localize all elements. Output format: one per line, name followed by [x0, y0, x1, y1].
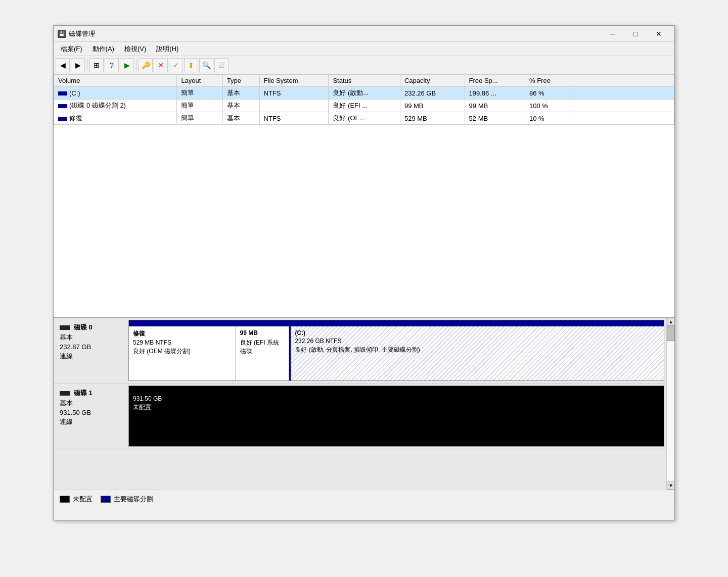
table-row[interactable]: 修復簡單基本NTFS良好 (OE...529 MB52 MB10 % — [54, 112, 674, 125]
title-bar: 💾 磁碟管理 ─ □ ✕ — [54, 26, 674, 42]
window-icon: 💾 — [58, 30, 66, 38]
main-content: Volume Layout Type File System Status Ca… — [54, 74, 674, 520]
legend-unallocated: 未配置 — [60, 495, 93, 504]
check-button[interactable]: ✓ — [169, 58, 183, 72]
cell-pctfree: 100 % — [525, 100, 573, 112]
col-extra[interactable] — [573, 75, 674, 87]
menu-file[interactable]: 檔案(F) — [56, 42, 87, 56]
partition-cells-0: 修復 529 MB NTFS 良好 (OEM 磁碟分割) 99 MB 良好 (E… — [129, 326, 664, 380]
menu-bar: 檔案(F) 動作(A) 檢視(V) 說明(H) — [54, 42, 674, 56]
disk-map-scroll-area: 磁碟 0 基本 232.87 GB 連線 修復 529 MB NTFS 良好 (… — [54, 318, 674, 490]
menu-action[interactable]: 動作(A) — [87, 42, 119, 56]
partition-cell-1-0[interactable]: 931.50 GB 未配置 — [129, 392, 664, 446]
cell-volume: 修復 — [54, 112, 177, 125]
cell-pctfree: 10 % — [525, 112, 573, 125]
cell-type: 基本 — [222, 100, 259, 112]
col-capacity[interactable]: Capacity — [400, 75, 465, 87]
cell-freespace: 99 MB — [465, 100, 525, 112]
back-button[interactable]: ◀ — [56, 58, 70, 72]
col-volume[interactable]: Volume — [54, 75, 177, 87]
disk-name-0: 磁碟 0 — [60, 323, 122, 332]
delete-button[interactable]: ✕ — [154, 58, 168, 72]
cell-volume: (C:) — [54, 87, 177, 100]
bar-seg-1-0 — [129, 386, 664, 392]
show-hide-button[interactable]: ⊞ — [89, 58, 104, 72]
key-button[interactable]: 🔑 — [139, 58, 153, 72]
cell-pctfree: 86 % — [525, 87, 573, 100]
disk-partitions-1: 931.50 GB 未配置 — [128, 386, 664, 447]
toolbar-separator-2 — [136, 59, 136, 71]
volume-table: Volume Layout Type File System Status Ca… — [54, 74, 674, 125]
disk-status-0: 連線 — [60, 352, 122, 361]
cell-layout: 簡單 — [177, 100, 222, 112]
help-button[interactable]: ? — [105, 58, 119, 72]
cell-status: 良好 (啟動... — [329, 87, 400, 100]
minimize-button[interactable]: ─ — [601, 26, 624, 42]
cell-freespace: 52 MB — [465, 112, 525, 125]
search-button[interactable]: 🔍 — [199, 58, 213, 72]
scroll-thumb[interactable] — [667, 326, 674, 341]
table-row[interactable]: (磁碟 0 磁碟分割 2)簡單基本良好 (EFI ...99 MB99 MB10… — [54, 100, 674, 112]
forward-button[interactable]: ▶ — [71, 58, 85, 72]
window-title: 磁碟管理 — [69, 29, 601, 38]
status-bar — [54, 508, 674, 520]
up-button[interactable]: ⬆ — [184, 58, 198, 72]
scrollbar[interactable]: ▲ ▼ — [666, 318, 674, 490]
disk-map-inner: 磁碟 0 基本 232.87 GB 連線 修復 529 MB NTFS 良好 (… — [54, 318, 666, 490]
legend-label-unallocated: 未配置 — [73, 495, 93, 504]
disk-name-1: 磁碟 1 — [60, 389, 122, 398]
disk-type-0: 基本 — [60, 333, 122, 342]
part-label-0-0: 修復 — [133, 329, 232, 338]
disk-size-0: 232.87 GB — [60, 343, 122, 351]
part-label-1-0: 931.50 GB — [133, 395, 660, 402]
partition-cell-0-2[interactable]: (C:) 232.26 GB NTFS 良好 (啟動, 分頁檔案, 損毀傾印, … — [289, 326, 664, 380]
part-status-0-1: 良好 (EFI 系統磁碟 — [240, 339, 285, 356]
menu-help[interactable]: 說明(H) — [151, 42, 184, 56]
legend-swatch-primary — [101, 496, 111, 503]
col-pctfree[interactable]: % Free — [525, 75, 573, 87]
check2-button[interactable]: ☑ — [214, 58, 229, 72]
legend-bar: 未配置 主要磁碟分割 — [54, 490, 674, 508]
cell-volume: (磁碟 0 磁碟分割 2) — [54, 100, 177, 112]
partition-cell-0-0[interactable]: 修復 529 MB NTFS 良好 (OEM 磁碟分割) — [129, 326, 236, 380]
bar-seg-0-0 — [129, 320, 236, 326]
disk-label-0: 磁碟 0 基本 232.87 GB 連線 — [56, 320, 126, 381]
menu-view[interactable]: 檢視(V) — [119, 42, 151, 56]
disk-label-1: 磁碟 1 基本 931.50 GB 連線 — [56, 386, 126, 447]
toolbar: ◀ ▶ ⊞ ? ▶ 🔑 ✕ ✓ ⬆ 🔍 ☑ — [54, 56, 674, 74]
disk-status-1: 連線 — [60, 417, 122, 426]
part-size-0-0: 529 MB NTFS — [133, 339, 232, 346]
col-freespace[interactable]: Free Sp... — [465, 75, 525, 87]
col-filesystem[interactable]: File System — [259, 75, 329, 87]
disk-type-1: 基本 — [60, 399, 122, 408]
col-type[interactable]: Type — [222, 75, 259, 87]
cell-capacity: 99 MB — [400, 100, 465, 112]
disk-row-1: 磁碟 1 基本 931.50 GB 連線 931.50 GB 未配置 — [54, 383, 666, 449]
col-layout[interactable]: Layout — [177, 75, 222, 87]
partition-bar-1 — [129, 386, 664, 392]
cell-extra — [573, 112, 674, 125]
cell-freespace: 199.86 ... — [465, 87, 525, 100]
legend-primary: 主要磁碟分割 — [101, 495, 153, 504]
partition-cell-0-1[interactable]: 99 MB 良好 (EFI 系統磁碟 — [236, 326, 290, 380]
window-controls: ─ □ ✕ — [601, 26, 670, 42]
cell-type: 基本 — [222, 112, 259, 125]
maximize-button[interactable]: □ — [624, 26, 647, 42]
scroll-thumb-area — [667, 326, 674, 482]
close-button[interactable]: ✕ — [647, 26, 670, 42]
properties-button[interactable]: ▶ — [120, 58, 134, 72]
bar-seg-0-2 — [289, 320, 664, 326]
cell-capacity: 529 MB — [400, 112, 465, 125]
part-status-0-2: 良好 (啟動, 分頁檔案, 損毀傾印, 主要磁碟分割) — [295, 346, 660, 354]
scroll-down-arrow[interactable]: ▼ — [667, 482, 674, 490]
legend-label-primary: 主要磁碟分割 — [114, 495, 153, 504]
cell-extra — [573, 87, 674, 100]
toolbar-separator-1 — [87, 59, 87, 71]
partition-cells-1: 931.50 GB 未配置 — [129, 392, 664, 446]
scroll-up-arrow[interactable]: ▲ — [667, 318, 674, 326]
col-status[interactable]: Status — [329, 75, 400, 87]
table-row[interactable]: (C:)簡單基本NTFS良好 (啟動...232.26 GB199.86 ...… — [54, 87, 674, 100]
part-label-0-2: (C:) — [295, 329, 660, 336]
disk-row-0: 磁碟 0 基本 232.87 GB 連線 修復 529 MB NTFS 良好 (… — [54, 318, 666, 383]
cell-extra — [573, 100, 674, 112]
